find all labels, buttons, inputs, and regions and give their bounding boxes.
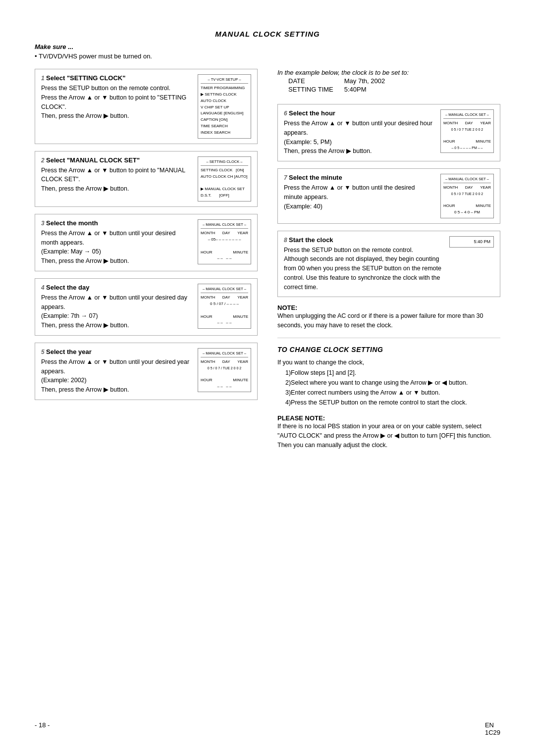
step-1-box: 1 Select "SETTING CLOCK" Press the SETUP… — [35, 69, 258, 144]
step-2-body: Press the Arrow ▲ or ▼ button to point t… — [41, 166, 192, 194]
step-1-title: 1 Select "SETTING CLOCK" — [41, 74, 192, 82]
page-footer: - 18 - EN 1C29 — [35, 721, 500, 736]
footer-page-number: - 18 - — [35, 721, 50, 736]
step-7-title: 7 Select the minute — [284, 174, 434, 181]
step-5-body: Press the Arrow ▲ or ▼ button until your… — [41, 357, 192, 395]
step-2-screen: – SETTING CLOCK – SETTING CLOCK [ON] AUT… — [198, 156, 251, 202]
step-5-screen-lines: MONTHDAYYEAR 0 5 / 0 7 / TUE 2 0 0 2 HOU… — [201, 359, 248, 390]
footer-lang: EN — [485, 721, 494, 729]
make-sure-text: • TV/DVD/VHS power must be turned on. — [35, 52, 500, 60]
page-title: MANUAL CLOCK SETTING — [35, 30, 500, 38]
make-sure-label: Make sure ... — [35, 43, 500, 50]
step-4-body: Press the Arrow ▲ or ▼ button until your… — [41, 293, 192, 330]
example-date-value: May 7th, 2002 — [344, 77, 395, 85]
step-8-screen-value: 5:40 PM — [453, 239, 490, 246]
change-clock-list: If you want to change the clock, 1)Follo… — [277, 357, 500, 407]
change-clock-title: TO CHANGE CLOCK SETTING — [277, 346, 500, 353]
please-note-label: PLEASE NOTE: — [277, 414, 500, 422]
step-2-screen-lines: SETTING CLOCK [ON] AUTO CLOCK CH [AUTO] … — [201, 167, 248, 199]
step-5-box: 5 Select the year Press the Arrow ▲ or ▼… — [35, 343, 258, 400]
step-8-screen: 5:40 PM — [449, 236, 494, 248]
step-3-box: 3 Select the month Press the Arrow ▲ or … — [35, 214, 258, 271]
left-column: 1 Select "SETTING CLOCK" Press the SETUP… — [35, 69, 258, 455]
step-8-content: 8 Start the clock Press the SETUP button… — [284, 236, 443, 292]
change-item-1: 1)Follow steps [1] and [2]. — [285, 368, 500, 378]
example-date-label: DATE — [288, 77, 343, 85]
step-4-screen-lines: MONTHDAYYEAR 0 5 / 07 / – – – – HOURMINU… — [201, 295, 248, 326]
step-3-body: Press the Arrow ▲ or ▼ button until your… — [41, 229, 192, 266]
note-label: NOTE: — [277, 304, 500, 311]
step-1-body: Press the SETUP button on the remote con… — [41, 84, 192, 121]
step-1-screen: – TV·VCR SETUP – TIMER PROGRAMMING ▶ SET… — [198, 74, 251, 139]
step-5-title: 5 Select the year — [41, 348, 192, 355]
step-7-box: 7 Select the minute Press the Arrow ▲ or… — [277, 168, 500, 224]
step-7-content: 7 Select the minute Press the Arrow ▲ or… — [284, 174, 434, 211]
example-time-value: 5:40PM — [344, 86, 395, 93]
step-1-screen-lines: TIMER PROGRAMMING ▶ SETTING CLOCK AUTO C… — [201, 85, 248, 136]
step-3-content: 3 Select the month Press the Arrow ▲ or … — [41, 219, 192, 266]
step-5-screen: – MANUAL CLOCK SET – MONTHDAYYEAR 0 5 / … — [198, 348, 251, 393]
right-column: In the example below, the clock is to be… — [277, 69, 500, 455]
step-6-screen-lines: MONTHDAYYEAR 0 5 / 0 7 TUE 2 0 0 2 HOURM… — [443, 120, 491, 151]
step-2-title: 2 Select "MANUAL CLOCK SET" — [41, 156, 192, 164]
step-7-body: Press the Arrow ▲ or ▼ button until the … — [284, 183, 434, 211]
step-6-title: 6 Select the hour — [284, 109, 434, 117]
step-3-screen-lines: MONTHDAYYEAR – 05– – – – – – – – HOURMIN… — [201, 230, 248, 262]
step-2-box: 2 Select "MANUAL CLOCK SET" Press the Ar… — [35, 151, 258, 207]
example-block: In the example below, the clock is to be… — [277, 69, 500, 94]
change-item-3: 3)Enter correct numbers using the Arrow … — [285, 388, 500, 398]
step-2-content: 2 Select "MANUAL CLOCK SET" Press the Ar… — [41, 156, 192, 194]
step-3-title: 3 Select the month — [41, 219, 192, 227]
step-6-content: 6 Select the hour Press the Arrow ▲ or ▼… — [284, 109, 434, 156]
step-1-content: 1 Select "SETTING CLOCK" Press the SETUP… — [41, 74, 192, 121]
step-4-content: 4 Select the day Press the Arrow ▲ or ▼ … — [41, 284, 192, 330]
step-4-title: 4 Select the day — [41, 284, 192, 291]
step-4-screen: – MANUAL CLOCK SET – MONTHDAYYEAR 0 5 / … — [198, 284, 251, 329]
step-8-box: 8 Start the clock Press the SETUP button… — [277, 231, 500, 298]
step-6-body: Press the Arrow ▲ or ▼ button until your… — [284, 119, 434, 156]
step-4-box: 4 Select the day Press the Arrow ▲ or ▼ … — [35, 278, 258, 336]
please-note-text: If there is no local PBS station in your… — [277, 422, 500, 450]
note-text: When unplugging the AC cord or if there … — [277, 311, 500, 330]
note-section: NOTE: When unplugging the AC cord or if … — [277, 304, 500, 330]
step-6-screen: – MANUAL CLOCK SET – MONTHDAYYEAR 0 5 / … — [440, 109, 494, 153]
step-6-box: 6 Select the hour Press the Arrow ▲ or ▼… — [277, 104, 500, 161]
example-time-label: SETTING TIME — [288, 86, 343, 93]
change-item-4: 4)Press the SETUP button on the remote c… — [285, 398, 500, 407]
please-note-section: PLEASE NOTE: If there is no local PBS st… — [277, 414, 500, 450]
step-8-body: Press the SETUP button on the remote con… — [284, 246, 443, 292]
footer-model: 1C29 — [485, 729, 500, 736]
step-3-screen: – MANUAL CLOCK SET – MONTHDAYYEAR – 05– … — [198, 219, 251, 264]
step-7-screen-lines: MONTHDAYYEAR 0 5 / 0 7 TUE 2 0 0 2 HOURM… — [443, 185, 491, 215]
change-item-2: 2)Select where you want to change using … — [285, 378, 500, 388]
step-7-screen: – MANUAL CLOCK SET – MONTHDAYYEAR 0 5 / … — [440, 174, 494, 218]
step-8-title: 8 Start the clock — [284, 236, 443, 244]
change-clock-intro: If you want to change the clock, — [277, 357, 500, 368]
step-5-content: 5 Select the year Press the Arrow ▲ or ▼… — [41, 348, 192, 395]
